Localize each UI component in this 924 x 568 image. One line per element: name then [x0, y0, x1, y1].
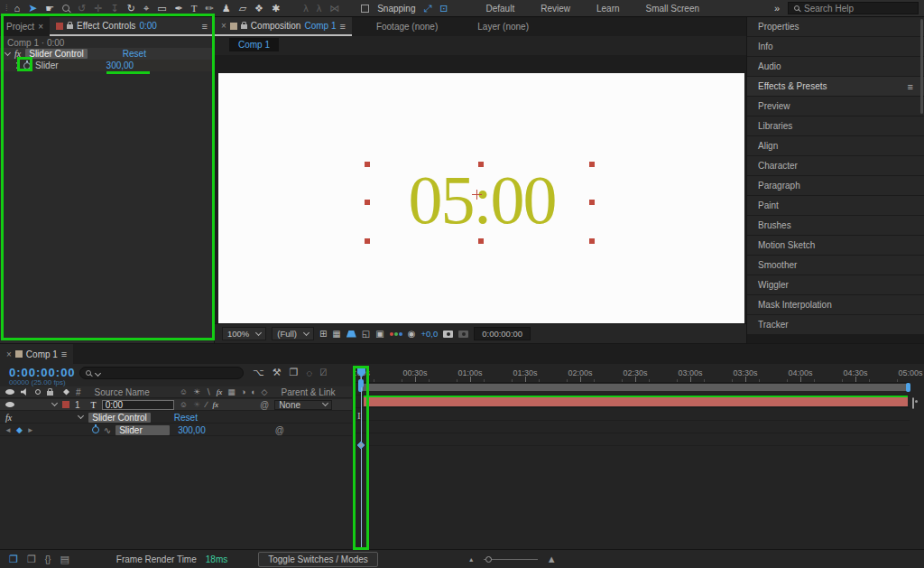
panel-tracker[interactable]: Tracker: [747, 315, 924, 334]
snap-box-options-icon[interactable]: ⊡: [439, 0, 448, 16]
panel-paragraph[interactable]: Paragraph: [747, 176, 924, 195]
preview-timecode[interactable]: 0:00:00:00: [474, 327, 531, 340]
time-ruler[interactable]: 0:00s 00:30s 01:00s 01:30s 02:00s 02:30s…: [353, 367, 910, 383]
layer-quality-switch-icon[interactable]: ∕: [206, 400, 208, 409]
comp-nesting-icon[interactable]: ❐: [9, 554, 18, 565]
layer-collapse-switch-icon[interactable]: ☀: [193, 400, 200, 409]
keyframe-icon[interactable]: [357, 442, 365, 449]
selection-handle[interactable]: [365, 238, 370, 244]
rectangle-tool-icon[interactable]: ▭: [157, 0, 166, 16]
prev-keyframe-icon[interactable]: ◄: [5, 426, 12, 434]
eraser-tool-icon[interactable]: ▱: [239, 0, 246, 16]
tab-footage[interactable]: Footage (none): [370, 17, 444, 36]
workspace-default[interactable]: Default: [477, 4, 524, 14]
zoom-out-mountain-icon[interactable]: ▲: [468, 556, 475, 563]
panel-properties[interactable]: Properties: [747, 17, 924, 36]
effect-reset-link[interactable]: Reset: [174, 413, 198, 423]
comp-timer-text[interactable]: 05:00: [372, 160, 592, 243]
parent-pickwhip-icon[interactable]: @: [260, 400, 269, 410]
orbit-camera-tool-icon[interactable]: ↺: [78, 0, 86, 16]
tab-project[interactable]: Project ×: [0, 17, 50, 36]
fx-column-icon[interactable]: fx: [217, 387, 223, 396]
panel-wiggler[interactable]: Wiggler: [747, 275, 924, 294]
magnification-dropdown[interactable]: 100%: [222, 327, 266, 340]
toggle-switches-modes-button[interactable]: Toggle Switches / Modes: [258, 552, 378, 567]
dolly-camera-tool-icon[interactable]: ↧: [111, 0, 119, 16]
layer-duration-bar[interactable]: [364, 396, 908, 406]
panel-paint[interactable]: Paint: [747, 196, 924, 215]
label-column-icon[interactable]: [63, 389, 69, 396]
type-tool-icon[interactable]: T: [191, 0, 198, 16]
pen-tool-icon[interactable]: ✒: [175, 0, 183, 16]
workspace-small-screen[interactable]: Small Screen: [637, 4, 708, 14]
solo-column-icon[interactable]: [35, 389, 41, 395]
chevron-down-icon[interactable]: [5, 49, 11, 55]
panel-preview[interactable]: Preview: [747, 97, 924, 116]
threed-column-icon[interactable]: ◇: [262, 387, 268, 396]
parent-link-column[interactable]: Parent & Link: [282, 387, 336, 397]
expand-layers-icon[interactable]: ❐: [27, 554, 36, 565]
selection-handle[interactable]: [478, 238, 484, 244]
workspace-review[interactable]: Review: [531, 4, 579, 14]
tab-layer[interactable]: Layer (none): [471, 17, 535, 36]
layer-fx-switch-icon[interactable]: fx: [212, 400, 218, 409]
viewer-comp-tab[interactable]: Comp 1: [229, 38, 279, 51]
close-icon[interactable]: ×: [38, 22, 43, 32]
motion-blur-column-icon[interactable]: ◑: [241, 387, 245, 396]
slider-property-value[interactable]: 300,00: [178, 425, 206, 435]
layer-row[interactable]: 1 T 0:00 ☺ ☀ ∕ fx @ None: [0, 399, 352, 411]
stopwatch-icon[interactable]: [92, 426, 99, 433]
toolbar-grip[interactable]: ⁞: [5, 0, 6, 16]
workspace-learn[interactable]: Learn: [587, 4, 629, 14]
pan-behind-tool-icon[interactable]: ⌖: [143, 0, 149, 16]
in-out-columns-icon[interactable]: {}: [45, 554, 51, 564]
panel-character[interactable]: Character: [747, 156, 924, 175]
rotate-tool-icon[interactable]: ↻: [127, 0, 135, 16]
chevron-right-icon[interactable]: [14, 62, 20, 69]
comp-mini-marker-icon[interactable]: [912, 398, 914, 408]
right-panel-scrollbar[interactable]: [920, 19, 923, 114]
layer-name-field[interactable]: 0:00: [102, 400, 174, 410]
zoom-slider-knob[interactable]: [485, 556, 492, 563]
brush-tool-icon[interactable]: ✏: [206, 0, 214, 16]
panel-menu-icon[interactable]: ≡: [61, 349, 67, 359]
tab-composition[interactable]: × Composition Comp 1 ≡: [215, 17, 352, 36]
effect-row[interactable]: fx Slider Control Reset: [0, 48, 214, 60]
panel-menu-icon[interactable]: ≡: [339, 21, 345, 32]
current-timecode[interactable]: 0:00:00:00: [9, 366, 76, 379]
puppet-pin-tool-icon[interactable]: ✱: [272, 0, 280, 16]
tab-effect-controls[interactable]: Effect Controls 0:00 ≡: [50, 17, 214, 36]
lock-column-icon[interactable]: [47, 391, 53, 396]
timeline-effect-row[interactable]: fx Slider Control Reset: [0, 412, 352, 424]
slider-property-value[interactable]: 300,00: [106, 61, 134, 70]
show-snapshot-icon[interactable]: [458, 331, 468, 338]
panel-libraries[interactable]: Libraries: [747, 116, 924, 135]
video-column-icon[interactable]: [5, 389, 14, 395]
pan-camera-tool-icon[interactable]: ✛: [94, 0, 102, 16]
draft-3d-icon[interactable]: ⚒: [273, 367, 282, 378]
close-icon[interactable]: ×: [221, 21, 226, 31]
add-keyframe-icon[interactable]: ◆: [16, 425, 23, 434]
layer-expand-icon[interactable]: [51, 400, 58, 406]
work-area-start-handle[interactable]: [358, 379, 364, 387]
hand-tool-icon[interactable]: ☛: [45, 0, 54, 16]
graph-toggle-icon[interactable]: ∿: [104, 425, 111, 435]
zoom-in-mountain-icon[interactable]: ▲: [547, 554, 557, 564]
timeline-search-box[interactable]: [79, 367, 244, 379]
quality-column-icon[interactable]: ∖: [206, 387, 211, 396]
lock-icon[interactable]: [67, 24, 73, 29]
resolution-dropdown[interactable]: (Full): [272, 327, 314, 340]
mini-flowchart-icon[interactable]: ⌥: [253, 367, 264, 378]
world-axis-mode-icon[interactable]: λ: [317, 0, 322, 16]
timeline-slider-row[interactable]: ◄ ◆ ► ∿ Slider 300,00 @: [0, 424, 352, 436]
local-axis-mode-icon[interactable]: λ: [303, 0, 309, 16]
parent-dropdown[interactable]: None: [274, 400, 332, 410]
exposure-value[interactable]: +0,0: [420, 329, 438, 339]
panel-mask-interpolation[interactable]: Mask Interpolation: [747, 295, 924, 314]
shy-column-icon[interactable]: ☺: [180, 387, 188, 396]
layer-visibility-icon[interactable]: [5, 402, 14, 407]
source-name-column[interactable]: Source Name: [95, 387, 150, 397]
slider-property-row[interactable]: Slider 300,00: [0, 60, 214, 71]
selection-tool-icon[interactable]: ➤: [28, 0, 37, 16]
panel-info[interactable]: Info: [747, 37, 924, 56]
